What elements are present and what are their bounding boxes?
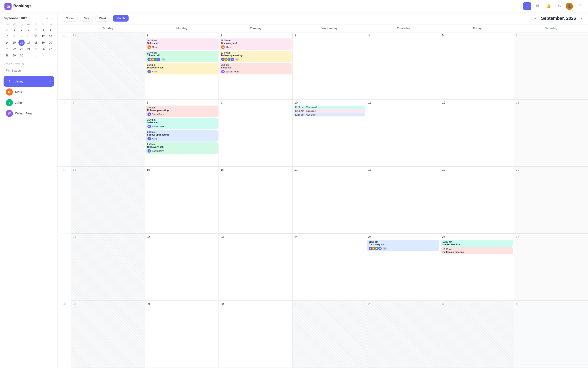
mini-day[interactable]: 2 — [33, 52, 39, 59]
event-sales-sep2[interactable]: 3:30 pm Sales call W William Noah — [220, 63, 292, 74]
mini-day[interactable]: 8 — [11, 33, 17, 39]
day-oct2[interactable]: 2 — [366, 301, 440, 368]
event-followup-sep26[interactable]: 10:30 am Follow-up meeting — [441, 247, 513, 254]
add-button[interactable]: + — [523, 2, 531, 10]
mini-day[interactable]: 30 — [18, 52, 25, 59]
mini-day[interactable]: 21 — [4, 46, 10, 52]
mini-day[interactable]: 13 — [47, 33, 53, 39]
prev-month-button[interactable]: ‹ — [533, 15, 538, 22]
mini-day[interactable]: 26 — [40, 46, 46, 52]
event-slots-compact[interactable]: 12:30 pm - 4/20 slots — [294, 113, 365, 116]
mini-day[interactable]: 9 — [18, 33, 25, 39]
day-sep12[interactable]: 12 — [440, 100, 514, 166]
event-followup-sep8a[interactable]: 2:45 am Follow-up meeting S Santa Barry — [146, 106, 218, 117]
day-sep13[interactable]: 13 — [514, 100, 588, 166]
day-sep29[interactable]: 29 — [145, 301, 219, 368]
event-15min-sep1[interactable]: 11:00 am 15 min call A B C D +3 — [146, 51, 218, 62]
mini-day[interactable]: 5 — [40, 27, 46, 33]
calendar-search-box[interactable]: 🔍 — [4, 67, 54, 74]
day-sep26[interactable]: 26 10:30 am Market Webinar 10:30 am Foll… — [440, 234, 514, 301]
mini-day[interactable]: 29 — [11, 52, 17, 59]
mini-day[interactable]: 31 — [4, 27, 10, 33]
today-button[interactable]: Today — [62, 15, 78, 22]
day-oct1[interactable]: 1 — [293, 301, 367, 368]
mini-day[interactable]: 4 — [33, 27, 39, 33]
day-sep2[interactable]: 2 10:30 am Discovery call M Mark 11:00 a… — [219, 32, 293, 99]
day-oct4[interactable]: 4 — [514, 301, 588, 368]
search-input[interactable] — [11, 69, 52, 72]
mini-day[interactable]: 3 — [40, 52, 46, 59]
mini-day[interactable]: 19 — [40, 40, 46, 46]
mini-day[interactable]: 11 — [33, 33, 39, 39]
day-sep24[interactable]: 24 — [293, 234, 367, 301]
avatar[interactable]: 👤 — [566, 3, 573, 10]
calendar-item-william[interactable]: W William Noah — [4, 108, 54, 119]
mini-day[interactable]: 25 — [33, 46, 39, 52]
next-month-button[interactable]: › — [579, 15, 584, 22]
mini-day[interactable]: 10 — [26, 33, 32, 39]
bell-icon[interactable]: 🔔 — [544, 2, 552, 10]
event-discovery-sep1[interactable]: 2:30 pm Discovery call A Alice — [146, 63, 218, 74]
mini-day[interactable]: 14 — [4, 40, 10, 46]
mini-day[interactable]: 3 — [26, 27, 32, 33]
mini-next-button[interactable]: › — [50, 16, 54, 20]
event-discovery-sep2[interactable]: 10:30 am Discovery call M Mark — [220, 38, 292, 50]
day-sep3-thu[interactable]: 3 — [366, 32, 440, 99]
day-sep9[interactable]: 9 — [219, 100, 293, 166]
day-sep6[interactable]: 6 — [514, 32, 588, 99]
calendar-item-john[interactable]: J John — [4, 97, 54, 108]
mini-day-today[interactable]: 16 — [18, 40, 25, 46]
day-sep20[interactable]: 20 — [514, 167, 588, 234]
mini-day[interactable]: 12 — [40, 33, 46, 39]
day-sep30[interactable]: 30 — [219, 301, 293, 368]
mini-day[interactable]: 4 — [47, 52, 53, 59]
day-sep23[interactable]: 23 — [219, 234, 293, 301]
calendar-item-mark[interactable]: M Mark — [4, 87, 54, 97]
gear-icon[interactable]: ⚙ — [555, 2, 563, 10]
calendar-view-icon[interactable]: 🗓 — [534, 2, 542, 10]
day-sep27[interactable]: 27 — [514, 234, 588, 301]
calendar-item-jenny[interactable]: J Jenny ✓ — [4, 76, 54, 87]
mini-day[interactable]: 28 — [4, 52, 10, 59]
mini-day[interactable]: 2 — [18, 27, 25, 33]
event-webinar-sep26[interactable]: 10:30 am Market Webinar — [441, 240, 513, 247]
day-button[interactable]: Day — [80, 15, 93, 22]
mini-day[interactable]: 24 — [26, 46, 32, 52]
day-sep14[interactable]: 14 — [71, 167, 145, 234]
mini-day[interactable]: 27 — [47, 46, 53, 52]
event-discovery-sep25[interactable]: 11:30 am Discovery call A B C D +3 — [367, 240, 439, 251]
day-sep21[interactable]: 21 — [71, 234, 145, 301]
event-sales-compact[interactable]: 10:30 am - Sales call — [294, 109, 365, 113]
event-sales-sep8[interactable]: 3:30 pm Sales call W William Noah — [146, 118, 218, 129]
day-sep11[interactable]: 11 — [366, 100, 440, 166]
mini-day[interactable]: 6 — [47, 27, 53, 33]
day-sep7[interactable]: 7 — [71, 100, 145, 166]
week-button[interactable]: Week — [96, 15, 110, 22]
day-sep19[interactable]: 19 — [440, 167, 514, 234]
day-sep5[interactable]: 5 — [440, 32, 514, 99]
day-sep17[interactable]: 17 — [293, 167, 367, 234]
day-aug31[interactable]: 31 — [71, 32, 145, 99]
mini-day[interactable]: 23 — [18, 46, 25, 52]
day-sep16[interactable]: 16 — [219, 167, 293, 234]
day-sep1[interactable]: 1 10:30 am Sales call M Mark 11:00 am 15… — [145, 32, 219, 99]
mini-day[interactable]: 18 — [33, 40, 39, 46]
day-sep8[interactable]: 8 2:45 am Follow-up meeting S Santa Barr… — [145, 100, 219, 166]
day-sep18[interactable]: 18 — [366, 167, 440, 234]
day-sep28[interactable]: 28 — [71, 301, 145, 368]
mini-day[interactable]: 15 — [11, 40, 17, 46]
day-sep3-wed[interactable]: 3 — [293, 32, 367, 99]
mini-prev-button[interactable]: ‹ — [46, 16, 50, 20]
day-sep10[interactable]: 10 10:30 am - 15 min call 10:30 am - Sal… — [293, 100, 367, 166]
event-15min-compact[interactable]: 10:30 am - 15 min call — [294, 106, 365, 109]
event-discovery-sep8[interactable]: 2:45 am Discovery call S Santa Barry — [146, 142, 218, 154]
day-sep22[interactable]: 22 — [145, 234, 219, 301]
month-button[interactable]: Month — [113, 15, 129, 22]
mini-day[interactable]: 1 — [26, 52, 32, 59]
mini-day[interactable]: 17 — [26, 40, 32, 46]
grid-icon[interactable]: ⠿ — [576, 2, 584, 10]
event-sales-call-sep1[interactable]: 10:30 am Sales call M Mark — [146, 38, 218, 50]
mini-day[interactable]: 22 — [11, 46, 17, 52]
mini-day[interactable]: 7 — [4, 33, 10, 39]
mini-day[interactable]: 1 — [11, 27, 17, 33]
